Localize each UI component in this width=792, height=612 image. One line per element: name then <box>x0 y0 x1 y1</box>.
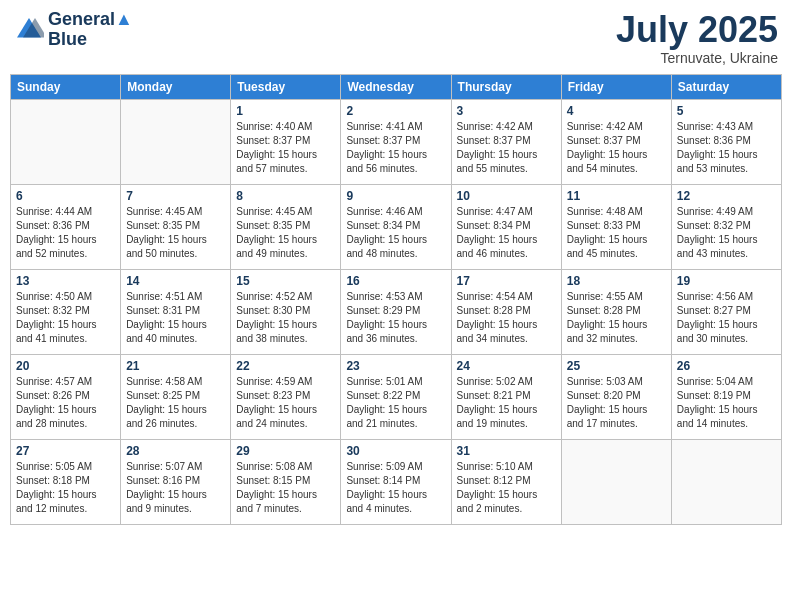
calendar-cell: 10Sunrise: 4:47 AMSunset: 8:34 PMDayligh… <box>451 184 561 269</box>
calendar-cell <box>671 439 781 524</box>
day-number: 4 <box>567 104 666 118</box>
day-detail: Sunrise: 4:48 AMSunset: 8:33 PMDaylight:… <box>567 205 666 261</box>
day-detail: Sunrise: 4:52 AMSunset: 8:30 PMDaylight:… <box>236 290 335 346</box>
calendar-cell: 4Sunrise: 4:42 AMSunset: 8:37 PMDaylight… <box>561 99 671 184</box>
calendar-cell: 12Sunrise: 4:49 AMSunset: 8:32 PMDayligh… <box>671 184 781 269</box>
day-number: 8 <box>236 189 335 203</box>
day-detail: Sunrise: 5:02 AMSunset: 8:21 PMDaylight:… <box>457 375 556 431</box>
day-number: 24 <box>457 359 556 373</box>
calendar-cell <box>11 99 121 184</box>
day-detail: Sunrise: 4:47 AMSunset: 8:34 PMDaylight:… <box>457 205 556 261</box>
day-number: 13 <box>16 274 115 288</box>
day-number: 21 <box>126 359 225 373</box>
day-detail: Sunrise: 5:03 AMSunset: 8:20 PMDaylight:… <box>567 375 666 431</box>
day-number: 10 <box>457 189 556 203</box>
calendar-cell: 13Sunrise: 4:50 AMSunset: 8:32 PMDayligh… <box>11 269 121 354</box>
day-number: 16 <box>346 274 445 288</box>
day-detail: Sunrise: 4:53 AMSunset: 8:29 PMDaylight:… <box>346 290 445 346</box>
day-detail: Sunrise: 4:50 AMSunset: 8:32 PMDaylight:… <box>16 290 115 346</box>
day-detail: Sunrise: 5:07 AMSunset: 8:16 PMDaylight:… <box>126 460 225 516</box>
day-number: 28 <box>126 444 225 458</box>
day-detail: Sunrise: 4:45 AMSunset: 8:35 PMDaylight:… <box>236 205 335 261</box>
day-detail: Sunrise: 4:41 AMSunset: 8:37 PMDaylight:… <box>346 120 445 176</box>
calendar-cell: 17Sunrise: 4:54 AMSunset: 8:28 PMDayligh… <box>451 269 561 354</box>
day-number: 2 <box>346 104 445 118</box>
day-detail: Sunrise: 4:42 AMSunset: 8:37 PMDaylight:… <box>457 120 556 176</box>
calendar-cell: 14Sunrise: 4:51 AMSunset: 8:31 PMDayligh… <box>121 269 231 354</box>
calendar-cell: 27Sunrise: 5:05 AMSunset: 8:18 PMDayligh… <box>11 439 121 524</box>
calendar-cell: 26Sunrise: 5:04 AMSunset: 8:19 PMDayligh… <box>671 354 781 439</box>
logo-icon <box>14 15 44 45</box>
calendar-cell: 29Sunrise: 5:08 AMSunset: 8:15 PMDayligh… <box>231 439 341 524</box>
day-number: 6 <box>16 189 115 203</box>
day-number: 31 <box>457 444 556 458</box>
day-detail: Sunrise: 4:42 AMSunset: 8:37 PMDaylight:… <box>567 120 666 176</box>
day-number: 25 <box>567 359 666 373</box>
month-title: July 2025 <box>616 10 778 50</box>
day-number: 11 <box>567 189 666 203</box>
day-detail: Sunrise: 5:01 AMSunset: 8:22 PMDaylight:… <box>346 375 445 431</box>
day-number: 17 <box>457 274 556 288</box>
day-number: 20 <box>16 359 115 373</box>
day-detail: Sunrise: 5:10 AMSunset: 8:12 PMDaylight:… <box>457 460 556 516</box>
day-detail: Sunrise: 5:08 AMSunset: 8:15 PMDaylight:… <box>236 460 335 516</box>
calendar-table: SundayMondayTuesdayWednesdayThursdayFrid… <box>10 74 782 525</box>
calendar-cell: 24Sunrise: 5:02 AMSunset: 8:21 PMDayligh… <box>451 354 561 439</box>
day-detail: Sunrise: 4:44 AMSunset: 8:36 PMDaylight:… <box>16 205 115 261</box>
calendar-cell: 23Sunrise: 5:01 AMSunset: 8:22 PMDayligh… <box>341 354 451 439</box>
day-detail: Sunrise: 4:46 AMSunset: 8:34 PMDaylight:… <box>346 205 445 261</box>
day-detail: Sunrise: 4:49 AMSunset: 8:32 PMDaylight:… <box>677 205 776 261</box>
col-header-monday: Monday <box>121 74 231 99</box>
calendar-cell: 15Sunrise: 4:52 AMSunset: 8:30 PMDayligh… <box>231 269 341 354</box>
day-detail: Sunrise: 4:56 AMSunset: 8:27 PMDaylight:… <box>677 290 776 346</box>
calendar-cell: 2Sunrise: 4:41 AMSunset: 8:37 PMDaylight… <box>341 99 451 184</box>
col-header-tuesday: Tuesday <box>231 74 341 99</box>
col-header-friday: Friday <box>561 74 671 99</box>
day-detail: Sunrise: 5:05 AMSunset: 8:18 PMDaylight:… <box>16 460 115 516</box>
day-detail: Sunrise: 4:45 AMSunset: 8:35 PMDaylight:… <box>126 205 225 261</box>
day-number: 18 <box>567 274 666 288</box>
calendar-cell <box>121 99 231 184</box>
calendar-cell: 5Sunrise: 4:43 AMSunset: 8:36 PMDaylight… <box>671 99 781 184</box>
day-detail: Sunrise: 4:51 AMSunset: 8:31 PMDaylight:… <box>126 290 225 346</box>
day-number: 27 <box>16 444 115 458</box>
day-detail: Sunrise: 5:09 AMSunset: 8:14 PMDaylight:… <box>346 460 445 516</box>
calendar-cell: 30Sunrise: 5:09 AMSunset: 8:14 PMDayligh… <box>341 439 451 524</box>
calendar-cell: 18Sunrise: 4:55 AMSunset: 8:28 PMDayligh… <box>561 269 671 354</box>
calendar-cell: 3Sunrise: 4:42 AMSunset: 8:37 PMDaylight… <box>451 99 561 184</box>
calendar-cell: 1Sunrise: 4:40 AMSunset: 8:37 PMDaylight… <box>231 99 341 184</box>
calendar-cell: 6Sunrise: 4:44 AMSunset: 8:36 PMDaylight… <box>11 184 121 269</box>
calendar-cell: 9Sunrise: 4:46 AMSunset: 8:34 PMDaylight… <box>341 184 451 269</box>
day-number: 3 <box>457 104 556 118</box>
day-number: 14 <box>126 274 225 288</box>
calendar-cell <box>561 439 671 524</box>
day-number: 7 <box>126 189 225 203</box>
day-detail: Sunrise: 5:04 AMSunset: 8:19 PMDaylight:… <box>677 375 776 431</box>
day-number: 26 <box>677 359 776 373</box>
calendar-cell: 7Sunrise: 4:45 AMSunset: 8:35 PMDaylight… <box>121 184 231 269</box>
day-number: 19 <box>677 274 776 288</box>
calendar-cell: 11Sunrise: 4:48 AMSunset: 8:33 PMDayligh… <box>561 184 671 269</box>
title-block: July 2025 Ternuvate, Ukraine <box>616 10 778 66</box>
calendar-cell: 19Sunrise: 4:56 AMSunset: 8:27 PMDayligh… <box>671 269 781 354</box>
day-detail: Sunrise: 4:59 AMSunset: 8:23 PMDaylight:… <box>236 375 335 431</box>
calendar-cell: 21Sunrise: 4:58 AMSunset: 8:25 PMDayligh… <box>121 354 231 439</box>
calendar-cell: 8Sunrise: 4:45 AMSunset: 8:35 PMDaylight… <box>231 184 341 269</box>
day-detail: Sunrise: 4:57 AMSunset: 8:26 PMDaylight:… <box>16 375 115 431</box>
day-number: 5 <box>677 104 776 118</box>
day-detail: Sunrise: 4:58 AMSunset: 8:25 PMDaylight:… <box>126 375 225 431</box>
day-number: 15 <box>236 274 335 288</box>
logo: General▲ Blue <box>14 10 133 50</box>
calendar-cell: 22Sunrise: 4:59 AMSunset: 8:23 PMDayligh… <box>231 354 341 439</box>
calendar-week-1: 1Sunrise: 4:40 AMSunset: 8:37 PMDaylight… <box>11 99 782 184</box>
col-header-saturday: Saturday <box>671 74 781 99</box>
calendar-cell: 31Sunrise: 5:10 AMSunset: 8:12 PMDayligh… <box>451 439 561 524</box>
calendar-week-4: 20Sunrise: 4:57 AMSunset: 8:26 PMDayligh… <box>11 354 782 439</box>
calendar-cell: 20Sunrise: 4:57 AMSunset: 8:26 PMDayligh… <box>11 354 121 439</box>
page-header: General▲ Blue July 2025 Ternuvate, Ukrai… <box>10 10 782 66</box>
calendar-week-5: 27Sunrise: 5:05 AMSunset: 8:18 PMDayligh… <box>11 439 782 524</box>
calendar-cell: 28Sunrise: 5:07 AMSunset: 8:16 PMDayligh… <box>121 439 231 524</box>
calendar-cell: 16Sunrise: 4:53 AMSunset: 8:29 PMDayligh… <box>341 269 451 354</box>
col-header-wednesday: Wednesday <box>341 74 451 99</box>
day-detail: Sunrise: 4:40 AMSunset: 8:37 PMDaylight:… <box>236 120 335 176</box>
